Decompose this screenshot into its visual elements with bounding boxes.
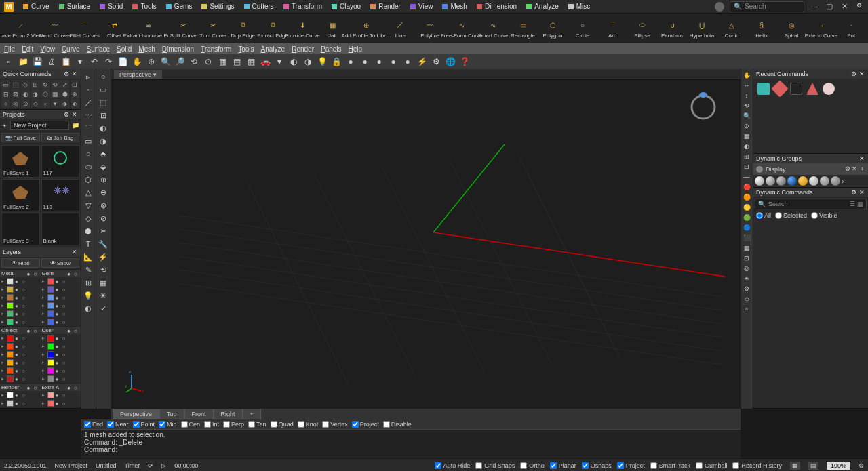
snap-int[interactable]: Int [204,421,219,428]
rtool-7[interactable]: ◐ [742,142,751,151]
ribbon-extract-isocurve-fr-[interactable]: ≋Extract Isocurve Fr… [130,15,167,41]
ribbon-polyline[interactable]: 〰Polyline [416,15,444,41]
display-mode-2[interactable]: ▤ [808,462,818,470]
gear-icon[interactable]: ⚙ [63,111,70,118]
layer-row[interactable]: ▸●○ [0,350,41,359]
qc-13[interactable]: ▦ [51,89,60,98]
folder-icon[interactable]: 📁 [72,122,79,129]
project-118[interactable]: ❋❋118 [41,179,80,211]
toolbar-btn-11[interactable]: 🔍 [159,56,172,68]
layer-row[interactable]: ▸●○ [41,285,81,293]
hide-button[interactable]: 👁 Hide [1,258,40,268]
search-input[interactable]: 🔍 Search [730,1,804,12]
radio-visible[interactable]: Visible [811,212,837,219]
ribbon-rectangle[interactable]: ▭Rectangle [509,15,537,41]
project-FullSave 2[interactable]: FullSave 2 [1,179,40,211]
menu-transform[interactable]: Transform [279,1,326,12]
tool-b-18[interactable]: ✓ [97,302,109,314]
tool-a-5[interactable]: ▭ [82,135,94,147]
qc-16[interactable]: ⟐ [1,99,10,108]
tool-b-10[interactable]: ⊗ [97,199,109,211]
viewport-label[interactable]: Perspective ▾ [114,70,162,79]
qc-23[interactable]: ⬖ [71,99,79,108]
menu-view[interactable]: View [406,1,437,12]
ribbon-extend-curve[interactable]: →Extend Curve [807,15,835,41]
qc-11[interactable]: ◑ [31,89,40,98]
display-group-header[interactable]: Display ⚙ ✕ ＋ [753,163,868,175]
qc-15[interactable]: ⊕ [71,89,79,98]
qc-14[interactable]: ⬢ [60,89,69,98]
ribbon-spiral[interactable]: ◎Spiral [777,15,806,41]
add-icon[interactable]: ＋ [1,121,7,130]
toolbar-btn-5[interactable]: ▾ [74,56,86,68]
ribbon-free-form-curve[interactable]: ∿Free-Form Curve [446,15,477,41]
show-button[interactable]: 👁 Show [41,258,80,268]
material-ball[interactable] [776,176,786,186]
rtool-16[interactable]: ⬛ [742,233,751,243]
maximize-button[interactable]: ▢ [825,2,834,12]
toolbar-btn-13[interactable]: ⟲ [188,56,200,68]
menu-tools[interactable]: Tools [128,1,160,12]
recent-cmd-1[interactable] [757,83,770,95]
material-ball[interactable] [809,176,818,186]
layer-row[interactable]: ▸●○ [0,293,41,302]
tool-a-6[interactable]: ○ [82,148,94,160]
rtool-15[interactable]: 🔵 [742,223,751,232]
vp-tab-perspective[interactable]: Perspective [113,409,159,419]
ribbon-line[interactable]: ／Line [386,15,414,41]
toolbar-btn-18[interactable]: 🚗 [259,56,271,68]
snap-end[interactable]: End [84,421,103,428]
tool-b-8[interactable]: ⊕ [97,173,109,186]
layer-row[interactable]: ▸●○ [41,350,81,359]
status-gumball[interactable]: Gumball [696,462,728,469]
user-icon[interactable] [715,2,724,12]
add-viewport-tab[interactable]: + [243,409,261,419]
project-FullSave 3[interactable]: FullSave 3 [1,213,40,245]
layer-row[interactable]: ▸●○ [41,318,81,326]
project-Blank[interactable]: Blank [41,213,80,245]
snap-point[interactable]: Point [133,421,155,428]
job-bag-button[interactable]: 🗂 Job Bag [41,133,80,142]
snap-cen[interactable]: Cen [181,421,201,428]
menu-gems[interactable]: Gems [162,1,197,12]
view-gizmo[interactable] [686,87,720,121]
tool-b-6[interactable]: ⬘ [97,148,109,160]
qc-0[interactable]: ▭ [1,80,10,89]
rtool-20[interactable]: ☀ [742,274,751,283]
close-icon[interactable]: ✕ [859,189,865,196]
vp-tab-top[interactable]: Top [159,409,184,419]
toolbar-btn-19[interactable]: ▾ [273,56,285,68]
menu-surface[interactable]: Surface [87,45,110,53]
toolbar-btn-27[interactable]: ● [387,56,399,68]
zoom-level[interactable]: 100% [827,462,850,470]
toolbar-btn-24[interactable]: ● [344,56,357,68]
layer-row[interactable]: ▸●○ [41,375,81,383]
rtool-6[interactable]: ▦ [742,131,751,141]
dyn-cmd-search[interactable]: 🔍 Search ☰ ▦ [755,199,867,209]
toolbar-btn-8[interactable]: 📄 [117,56,129,68]
close-button[interactable]: ✕ [840,2,849,12]
gear-icon[interactable]: ⚙ [63,70,70,77]
qc-4[interactable]: ↻ [41,80,50,89]
tool-a-18[interactable]: ◐ [82,302,94,314]
tool-a-3[interactable]: 〰 [82,109,94,121]
rtool-11[interactable]: 🔴 [742,182,751,192]
gear-icon[interactable]: ⚙ [850,70,857,77]
rtool-5[interactable]: ⊙ [742,121,751,131]
menu-dimension[interactable]: Dimension [473,1,521,12]
toolbar-btn-23[interactable]: 🔒 [330,56,342,68]
rtool-12[interactable]: 🟠 [742,192,751,202]
toolbar-btn-12[interactable]: 🔎 [174,56,186,68]
toolbar-btn-14[interactable]: ⊙ [202,56,214,68]
tool-b-16[interactable]: ▦ [97,277,109,289]
status-osnaps[interactable]: Osnaps [582,462,612,469]
qc-5[interactable]: ⟲ [51,80,60,89]
rtool-22[interactable]: ◇ [742,294,751,304]
material-ball[interactable] [766,176,775,186]
toolbar-btn-20[interactable]: ◐ [288,56,300,68]
layer-row[interactable]: ▸●○ [41,359,81,367]
layer-row[interactable]: ▸●○ [0,399,41,407]
close-icon[interactable]: ✕ [71,249,78,255]
ribbon-add-profile-to-libr-[interactable]: ⊕Add Profile To Libr… [348,15,384,41]
material-ball[interactable] [787,176,797,186]
